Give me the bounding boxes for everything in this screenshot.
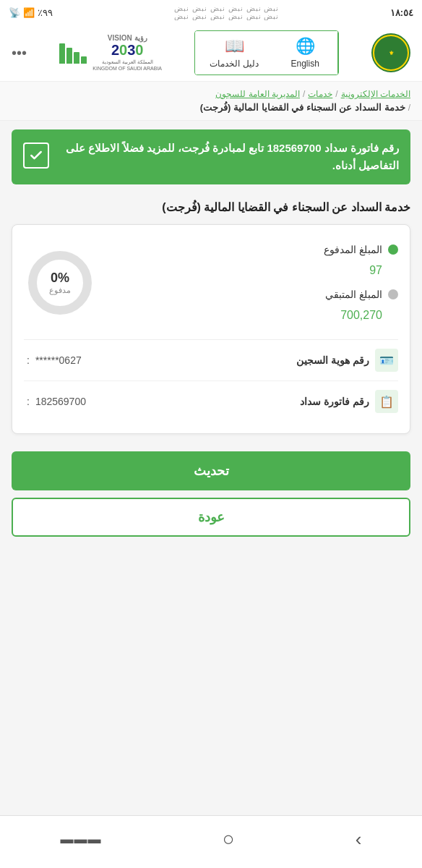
notice-check-icon <box>23 142 49 169</box>
tab-services-label: دليل الخدمات <box>210 59 258 69</box>
payment-summary: المبلغ المدفوع 97 المبلغ المتبقي 700,270… <box>24 237 398 333</box>
status-time: ١٨:٥٤ <box>390 7 413 18</box>
payment-labels: المبلغ المدفوع 97 المبلغ المتبقي 700,270 <box>96 244 398 322</box>
vision-year: 2030 <box>111 42 144 59</box>
update-button[interactable]: تحديث <box>12 451 410 490</box>
back-button[interactable]: عودة <box>12 498 410 537</box>
vision-subtitle: المملكة العربية السعوديةKINGDOM OF SAUDI… <box>92 59 162 72</box>
tab-english-label: English <box>291 59 319 69</box>
tab-english[interactable]: 🌐 English <box>273 31 338 75</box>
invoice-id-label-group: 📋 رقم فاتورة سداد <box>300 390 398 413</box>
logo-text: ⚜ <box>389 50 394 56</box>
nav-home-button[interactable]: ○ <box>208 825 249 854</box>
paid-label: المبلغ المدفوع <box>324 244 382 255</box>
wifi-icon: 📡 <box>9 7 20 18</box>
status-icons: ٩٩٪ 📶 📡 <box>9 7 53 18</box>
remaining-label: المبلغ المتبقي <box>325 289 382 300</box>
donut-label: مدفوع <box>49 286 71 295</box>
paid-amount: 97 <box>96 264 398 277</box>
breadcrumb-item-2[interactable]: خدمات <box>308 89 332 99</box>
battery-icon: ٩٩٪ <box>38 7 53 18</box>
prisoner-id-label: رقم هوية السجين <box>296 354 369 366</box>
logo-area: ⚜ <box>371 33 410 72</box>
vision-title: رؤية VISION <box>108 34 147 42</box>
remaining-row: المبلغ المتبقي <box>96 289 398 300</box>
service-card: المبلغ المدفوع 97 المبلغ المتبقي 700,270… <box>12 224 410 434</box>
prisoner-id-colon: : <box>27 354 30 366</box>
breadcrumb-sep-2: / <box>303 89 305 99</box>
remaining-amount: 700,270 <box>96 309 398 322</box>
breadcrumb-sep-3: / <box>408 103 410 113</box>
breadcrumb-page: خدمة السداد عن السجناء في القضايا المالي… <box>200 102 405 113</box>
notice-text: رقم فاتورة سداد 182569700 تابع لمبادرة ف… <box>58 140 399 174</box>
dots-menu[interactable]: ••• <box>12 45 27 61</box>
breadcrumb-item-1[interactable]: الخدمات الإلكترونية <box>341 89 410 99</box>
prisoner-id-value: ******0627 <box>35 354 82 366</box>
service-section-title: خدمة السداد عن السجناء في القضايا المالي… <box>0 193 422 218</box>
bottom-nav: › ○ ▬▬▬ <box>0 815 422 868</box>
prisoner-id-icon: 🪪 <box>375 349 398 372</box>
book-icon: 📖 <box>225 37 244 56</box>
nav-back-button[interactable]: ▬▬▬ <box>46 829 116 850</box>
prisoner-id-label-group: 🪪 رقم هوية السجين <box>296 349 398 372</box>
invoice-id-value: 182569700 <box>35 396 86 407</box>
donut-percent: 0% <box>49 271 71 286</box>
signal-icon: 📶 <box>23 7 35 18</box>
invoice-id-value-group: 182569700 : <box>24 396 86 407</box>
donut-chart: 0% مدفوع <box>24 247 96 319</box>
vision-2030-area: رؤية VISION 2030 المملكة العربية السعودي… <box>92 34 162 72</box>
paid-row: المبلغ المدفوع <box>96 244 398 255</box>
breadcrumb-area: الخدمات الإلكترونية / خدمات / المديرية ا… <box>0 82 422 121</box>
logo: ⚜ <box>371 33 410 72</box>
invoice-id-colon: : <box>27 396 30 407</box>
ticker: نبض نبض نبض نبض نبض نبض نبض نبض نبض نبض … <box>163 4 279 20</box>
invoice-id-label: رقم فاتورة سداد <box>300 396 369 407</box>
logo-inner: ⚜ <box>373 35 409 71</box>
invoice-id-row: 📋 رقم فاتورة سداد 182569700 : <box>24 381 398 422</box>
globe-icon: 🌐 <box>296 37 315 56</box>
top-nav: ⚜ 🌐 English 📖 دليل الخدمات رؤية VISION 2… <box>0 25 422 82</box>
info-table: 🪪 رقم هوية السجين ******0627 : 📋 رقم فات… <box>24 339 398 422</box>
button-area: تحديث عودة <box>0 440 422 548</box>
status-bar: ١٨:٥٤ نبض نبض نبض نبض نبض نبض نبض نبض نب… <box>0 0 422 25</box>
prisoner-id-row: 🪪 رقم هوية السجين ******0627 : <box>24 340 398 381</box>
nav-forward-button[interactable]: › <box>341 825 376 854</box>
prisoner-id-value-group: ******0627 : <box>24 354 82 366</box>
notice-box: رقم فاتورة سداد 182569700 تابع لمبادرة ف… <box>12 129 410 184</box>
tab-services-guide[interactable]: 📖 دليل الخدمات <box>195 31 272 75</box>
breadcrumb-sep-1: / <box>335 89 337 99</box>
invoice-id-icon: 📋 <box>375 390 398 413</box>
breadcrumb-item-3[interactable]: المديرية العامة للسجون <box>215 89 300 99</box>
donut-text: 0% مدفوع <box>49 271 71 295</box>
bar-chart-icon <box>59 42 87 64</box>
paid-dot <box>388 244 398 255</box>
breadcrumb: الخدمات الإلكترونية / خدمات / المديرية ا… <box>12 89 410 99</box>
nav-tabs: 🌐 English 📖 دليل الخدمات <box>194 30 338 75</box>
remaining-dot <box>388 289 398 299</box>
